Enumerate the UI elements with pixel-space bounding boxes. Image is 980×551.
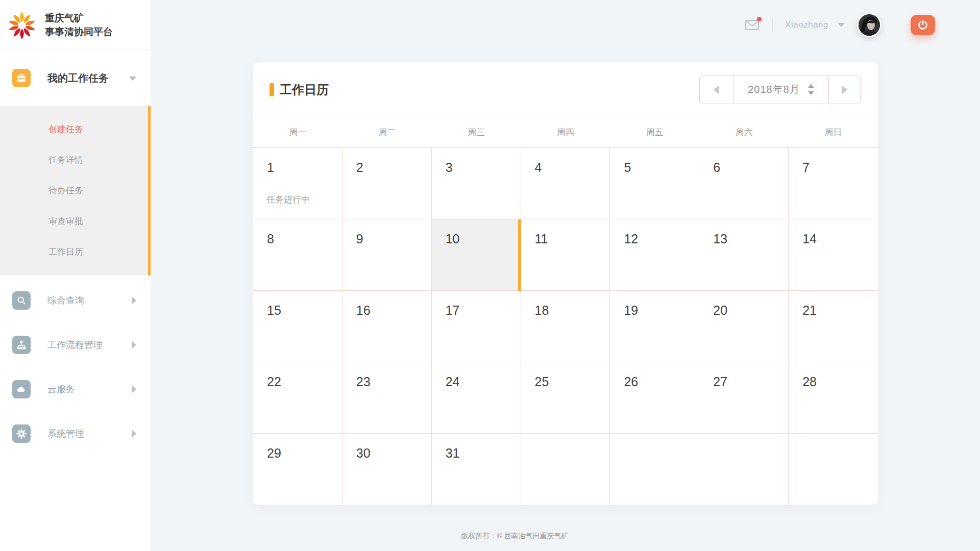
avatar[interactable] xyxy=(857,13,881,37)
day-number: 26 xyxy=(624,374,699,389)
calendar-day-cell[interactable]: 15 xyxy=(253,291,342,362)
calendar-day-cell[interactable]: 9 xyxy=(342,219,432,291)
calendar-cell-empty xyxy=(789,434,878,505)
calendar-day-cell[interactable]: 1任务进行中 xyxy=(253,148,342,219)
sidebar-group-my-tasks[interactable]: 我的工作任务 xyxy=(0,50,151,106)
title-marker xyxy=(270,83,274,96)
day-number: 10 xyxy=(446,232,521,246)
calendar-day-cell[interactable]: 7 xyxy=(789,148,878,219)
spinner-down-icon[interactable] xyxy=(808,91,814,95)
calendar-day-cell[interactable]: 6 xyxy=(699,148,789,219)
calendar-day-cell[interactable]: 31 xyxy=(432,434,521,505)
sidebar-item-task-detail[interactable]: 任务详情 xyxy=(0,145,151,176)
calendar-day-cell[interactable]: 13 xyxy=(699,219,789,291)
day-number: 18 xyxy=(535,303,610,318)
month-navigator: 2018年8月 xyxy=(699,76,861,104)
chevron-right-icon xyxy=(132,430,136,437)
sidebar-item-todo-tasks[interactable]: 待办任务 xyxy=(0,176,151,206)
calendar-day-cell[interactable]: 5 xyxy=(610,148,699,219)
sidebar-sections: 综合查询 工作流程管理 云服务 xyxy=(0,276,151,456)
calendar-day-cell[interactable]: 24 xyxy=(432,362,521,434)
day-number: 31 xyxy=(446,446,521,461)
calendar-day-cell[interactable]: 29 xyxy=(253,434,342,505)
weekday-label: 周三 xyxy=(432,127,521,138)
day-number: 15 xyxy=(267,303,342,318)
calendar-day-cell[interactable]: 17 xyxy=(432,291,521,362)
sidebar-item-workflow-management[interactable]: 工作流程管理 xyxy=(0,322,151,367)
weekday-label: 周日 xyxy=(789,127,878,138)
calendar-day-cell[interactable]: 14 xyxy=(789,219,878,291)
logo-block: /* petals drawn by JS below */ 重庆气矿 事事清协… xyxy=(0,0,151,50)
gear-icon xyxy=(12,424,31,443)
day-event-label: 任务进行中 xyxy=(266,194,310,206)
month-spinner[interactable] xyxy=(808,84,814,95)
day-number: 14 xyxy=(802,232,878,246)
sidebar: /* petals drawn by JS below */ 重庆气矿 事事清协… xyxy=(0,0,151,551)
calendar-day-cell[interactable]: 8 xyxy=(253,219,342,291)
calendar-day-cell[interactable]: 16 xyxy=(342,291,432,362)
sidebar-item-create-task[interactable]: 创建任务 xyxy=(0,114,151,145)
calendar-day-cell[interactable]: 3 xyxy=(432,148,521,219)
calendar-cell-empty xyxy=(699,434,789,505)
section-label: 系统管理 xyxy=(47,428,84,440)
calendar-day-cell[interactable]: 27 xyxy=(699,362,789,434)
username-label[interactable]: Xiaozhang xyxy=(785,20,828,30)
chevron-right-icon xyxy=(132,297,136,304)
arrow-left-icon xyxy=(714,85,719,94)
day-number: 25 xyxy=(535,374,610,389)
day-number: 1 xyxy=(267,160,342,175)
mail-icon[interactable] xyxy=(745,19,760,31)
calendar-cell-empty xyxy=(610,434,699,505)
calendar-day-cell[interactable]: 19 xyxy=(610,291,699,362)
next-month-button[interactable] xyxy=(828,76,860,104)
logout-power-button[interactable] xyxy=(911,15,935,35)
sidebar-item-work-calendar[interactable]: 工作日历 xyxy=(0,237,151,267)
user-chevron-down-icon[interactable] xyxy=(838,23,845,27)
calendar-day-cell[interactable]: 22 xyxy=(253,362,342,434)
calendar-day-cell[interactable]: 11 xyxy=(521,219,610,291)
weekday-label: 周五 xyxy=(610,127,699,138)
weekday-label: 周二 xyxy=(342,127,432,138)
day-number: 21 xyxy=(802,303,878,318)
calendar-day-cell[interactable]: 25 xyxy=(521,362,610,434)
day-number: 23 xyxy=(356,374,431,389)
calendar-day-cell[interactable]: 12 xyxy=(610,219,699,291)
chevron-right-icon xyxy=(132,386,136,393)
topbar-divider xyxy=(894,18,894,32)
calendar-day-cell[interactable]: 28 xyxy=(789,362,878,434)
calendar-grid: 1任务进行中2345678910111213141516171819202122… xyxy=(253,148,878,505)
calendar-day-cell[interactable]: 23 xyxy=(342,362,432,434)
calendar-day-cell[interactable]: 20 xyxy=(699,291,789,362)
day-number: 16 xyxy=(356,303,431,318)
calendar-day-cell[interactable]: 10 xyxy=(432,219,521,291)
brand-title: 重庆气矿 事事清协同平台 xyxy=(45,11,113,39)
sidebar-item-cloud-services[interactable]: 云服务 xyxy=(0,367,151,411)
day-number: 13 xyxy=(713,232,788,246)
sidebar-item-comprehensive-query[interactable]: 综合查询 xyxy=(0,278,151,322)
day-number: 17 xyxy=(446,303,521,318)
day-number: 2 xyxy=(356,160,431,175)
calendar-day-cell[interactable]: 2 xyxy=(342,148,432,219)
month-display: 2018年8月 xyxy=(733,76,828,104)
day-number: 30 xyxy=(356,446,431,461)
sidebar-item-review-approve[interactable]: 审查审批 xyxy=(0,206,151,237)
day-number: 6 xyxy=(713,160,788,175)
topbar-divider xyxy=(772,18,773,32)
weekday-label: 周六 xyxy=(699,127,789,138)
day-number: 12 xyxy=(624,232,699,246)
calendar-day-cell[interactable]: 26 xyxy=(610,362,699,434)
day-number: 3 xyxy=(446,160,521,175)
calendar-day-cell[interactable]: 18 xyxy=(521,291,610,362)
day-number: 7 xyxy=(802,160,878,175)
day-number: 28 xyxy=(802,374,878,389)
main-content: 工作日历 2018年8月 周一周二周三周四周五周六周日 1任务进行中23456 xyxy=(151,0,980,551)
day-number: 20 xyxy=(713,303,788,318)
cloud-icon xyxy=(12,380,31,398)
spinner-up-icon[interactable] xyxy=(808,84,814,88)
prev-month-button[interactable] xyxy=(700,76,733,104)
month-label: 2018年8月 xyxy=(748,83,800,96)
calendar-day-cell[interactable]: 21 xyxy=(789,291,878,362)
calendar-day-cell[interactable]: 30 xyxy=(342,434,432,505)
sidebar-item-system-management[interactable]: 系统管理 xyxy=(0,411,151,456)
calendar-day-cell[interactable]: 4 xyxy=(521,148,610,219)
